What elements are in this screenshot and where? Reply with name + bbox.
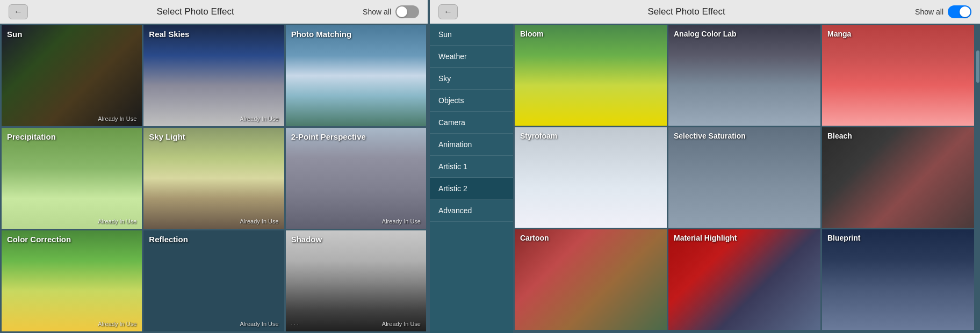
sidebar-item-sun[interactable]: Sun (430, 24, 513, 46)
grid-cell-real-skies[interactable]: Real Skies Already In Use (143, 25, 284, 126)
right-effects-grid: Bloom Analog Color Lab Manga Styrofoam S… (513, 24, 976, 333)
right-cell-cartoon[interactable]: Cartoon (515, 229, 667, 330)
right-show-all-label: Show all (915, 8, 943, 16)
grid-cell-real-skies-badge: Already In Use (240, 115, 279, 122)
grid-cell-color-correction-badge: Already In Use (98, 321, 136, 327)
right-toggle-knob (960, 6, 970, 17)
right-cell-analog-color-lab[interactable]: Analog Color Lab (668, 25, 820, 126)
right-cell-manga[interactable]: Manga (822, 25, 974, 126)
grid-cell-sky-light-title: Sky Light (149, 132, 185, 141)
right-cell-selective-title: Selective Saturation (674, 132, 746, 140)
left-toggle-knob (397, 6, 407, 17)
grid-cell-2-point-badge: Already In Use (382, 218, 421, 225)
right-cell-bloom-title: Bloom (520, 30, 544, 38)
right-toggle[interactable] (948, 5, 971, 18)
right-cell-cartoon-title: Cartoon (520, 234, 549, 242)
sidebar-item-artistic2[interactable]: Artistic 2 (430, 178, 513, 200)
right-cell-material-highlight[interactable]: Material Highlight (668, 229, 820, 330)
right-cell-bleach[interactable]: Bleach (822, 127, 974, 228)
grid-cell-shadow-badge: Already In Use (382, 321, 421, 327)
left-effects-grid: Sun Already In Use Real Skies Already In… (0, 24, 428, 333)
sidebar-item-animation[interactable]: Animation (430, 134, 513, 156)
grid-cell-precipitation[interactable]: Precipitation Already In Use (2, 128, 142, 229)
grid-cell-shadow[interactable]: Shadow · · · Already In Use (286, 230, 426, 331)
right-cell-bleach-title: Bleach (827, 132, 852, 140)
right-cell-blueprint[interactable]: Blueprint (822, 229, 974, 330)
grid-cell-precipitation-title: Precipitation (7, 132, 56, 141)
sidebar-item-weather[interactable]: Weather (430, 46, 513, 68)
right-scroll-thumb (976, 50, 979, 83)
right-back-button[interactable]: ← (438, 4, 458, 19)
grid-cell-shadow-dots: · · · (291, 321, 299, 327)
grid-cell-reflection[interactable]: Reflection Already In Use (143, 230, 284, 331)
right-cell-manga-title: Manga (827, 30, 851, 38)
grid-cell-real-skies-title: Real Skies (149, 30, 189, 39)
right-panel-title: Select Photo Effect (458, 6, 915, 17)
grid-cell-sun-badge: Already In Use (98, 115, 136, 122)
right-show-all-area: Show all (915, 5, 971, 18)
right-panel: ← Select Photo Effect Show all Sun Weath… (430, 0, 980, 333)
grid-cell-shadow-title: Shadow (291, 235, 322, 244)
sidebar: Sun Weather Sky Objects Camera Animation… (430, 24, 513, 333)
right-panel-header: ← Select Photo Effect Show all (430, 0, 980, 24)
grid-cell-sky-light[interactable]: Sky Light Already In Use (143, 128, 284, 229)
grid-cell-2-point-title: 2-Point Perspective (291, 132, 366, 141)
right-cell-material-title: Material Highlight (674, 234, 820, 242)
grid-cell-sun[interactable]: Sun Already In Use (2, 25, 142, 126)
grid-cell-color-correction-title: Color Correction (7, 235, 71, 244)
right-cell-selective-saturation[interactable]: Selective Saturation (668, 127, 820, 228)
sidebar-item-artistic1[interactable]: Artistic 1 (430, 156, 513, 178)
left-show-all-area: Show all (363, 5, 419, 18)
right-cell-styrofoam-title: Styrofoam (520, 132, 557, 140)
left-back-button[interactable]: ← (9, 4, 28, 19)
sidebar-item-sky[interactable]: Sky (430, 68, 513, 90)
left-panel-header: ← Select Photo Effect Show all (0, 0, 428, 24)
right-cell-bloom[interactable]: Bloom (515, 25, 667, 126)
left-panel: ← Select Photo Effect Show all Sun Alrea… (0, 0, 428, 333)
grid-cell-sun-title: Sun (7, 30, 22, 39)
left-panel-title: Select Photo Effect (28, 6, 363, 17)
material-highlight-overlay (668, 229, 820, 330)
left-show-all-label: Show all (363, 8, 391, 16)
sidebar-item-advanced[interactable]: Advanced (430, 200, 513, 222)
grid-cell-photo-matching-title: Photo Matching (291, 30, 352, 39)
grid-cell-photo-matching[interactable]: Photo Matching (286, 25, 426, 126)
grid-cell-reflection-title: Reflection (149, 235, 188, 244)
left-toggle[interactable] (395, 5, 419, 18)
grid-cell-precipitation-badge: Already In Use (98, 218, 136, 225)
grid-cell-reflection-badge: Already In Use (240, 321, 279, 327)
right-scrollbar[interactable] (976, 24, 980, 333)
right-content: Sun Weather Sky Objects Camera Animation… (430, 24, 980, 333)
sidebar-item-camera[interactable]: Camera (430, 112, 513, 134)
grid-cell-2-point-perspective[interactable]: 2-Point Perspective Already In Use (286, 128, 426, 229)
right-cell-blueprint-title: Blueprint (827, 234, 860, 242)
sidebar-item-objects[interactable]: Objects (430, 90, 513, 112)
right-cell-analog-title: Analog Color Lab (674, 30, 737, 38)
right-cell-styrofoam[interactable]: Styrofoam (515, 127, 667, 228)
grid-cell-color-correction[interactable]: Color Correction Already In Use (2, 230, 142, 331)
grid-cell-sky-light-badge: Already In Use (240, 218, 279, 225)
